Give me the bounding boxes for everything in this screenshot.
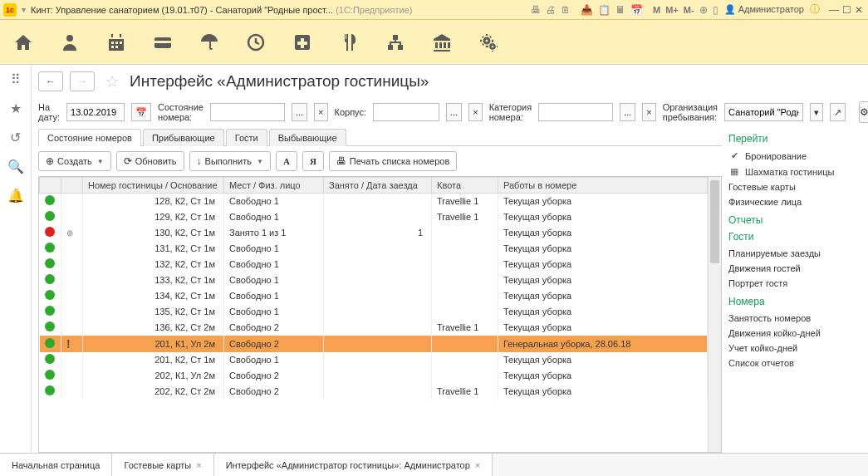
category-more-button[interactable]: ... (620, 103, 635, 121)
table-row[interactable]: 202, К1, Ул 2мСвободно 2Текущая уборка (40, 368, 708, 384)
save-icon[interactable]: 📥 (581, 4, 593, 16)
bottom-tab[interactable]: Начальная страница (0, 453, 112, 476)
home-icon[interactable] (13, 32, 33, 52)
column-header[interactable] (40, 178, 61, 194)
goto-icon[interactable]: ⊕ (699, 4, 708, 16)
close-tab-icon[interactable]: × (475, 460, 480, 470)
calendar-grid-icon[interactable] (106, 32, 126, 52)
column-header[interactable]: Мест / Физ. лицо (224, 178, 324, 194)
panel-icon[interactable]: ▯ (713, 4, 718, 16)
umbrella-icon[interactable] (199, 32, 219, 52)
print-list-button[interactable]: 🖶Печать списка номеров (329, 151, 457, 171)
food-icon[interactable] (339, 32, 359, 52)
nav-item[interactable]: Портрет гостя (728, 276, 856, 291)
nav-item[interactable]: Список отчетов (728, 356, 856, 370)
table-row[interactable]: 128, К2, Ст 1мСвободно 1Travellie 1Текущ… (40, 194, 708, 209)
org-open-button[interactable]: ↗ (830, 103, 846, 121)
building-more-button[interactable]: ... (446, 103, 462, 121)
nav-item[interactable]: Гостевые карты (728, 179, 856, 194)
table-scrollbar[interactable] (708, 177, 721, 452)
bottom-tab[interactable]: Интерфейс «Администратор гостиницы»: Адм… (214, 453, 493, 476)
tab-room-status[interactable]: Состояние номеров (38, 129, 141, 146)
nav-item[interactable]: Физические лица (728, 194, 856, 209)
column-header[interactable]: Квота (432, 178, 498, 194)
table-row[interactable]: 135, К2, Ст 1мСвободно 1Текущая уборка (40, 304, 708, 320)
tab-guests[interactable]: Гости (226, 129, 267, 146)
card-icon[interactable] (153, 32, 173, 52)
print2-icon[interactable]: 🖨 (546, 4, 556, 16)
rail-search-icon[interactable]: 🔍 (7, 159, 24, 174)
sort-az-button[interactable]: А (276, 151, 297, 171)
minimize-button[interactable]: — (829, 4, 839, 16)
info-icon[interactable]: ⓘ (810, 2, 820, 17)
sort-za-button[interactable]: Я (302, 151, 324, 171)
status-input[interactable] (210, 103, 285, 121)
nav-item[interactable]: Движения койко-дней (728, 326, 856, 341)
maximize-button[interactable]: ☐ (842, 4, 851, 16)
nav-item[interactable]: Занятость номеров (728, 311, 856, 326)
compare-icon[interactable]: 📋 (598, 4, 611, 16)
org-icon[interactable] (385, 32, 405, 52)
tab-departing[interactable]: Выбывающие (269, 129, 346, 146)
rail-star-icon[interactable]: ★ (10, 101, 22, 116)
favorite-star-icon[interactable]: ☆ (105, 71, 120, 91)
settings-icon[interactable] (478, 32, 498, 52)
rail-menu-icon[interactable]: ⠿ (11, 71, 21, 87)
page-settings-button[interactable]: ⚙ (859, 101, 868, 123)
column-header[interactable]: Занято / Дата заезда (324, 178, 432, 194)
status-clear-button[interactable]: × (314, 103, 327, 121)
clock-icon[interactable] (246, 32, 266, 52)
calc-icon[interactable]: 🖩 (615, 4, 625, 16)
table-row[interactable]: 133, К2, Ст 1мСвободно 1Текущая уборка (40, 272, 708, 288)
close-window-button[interactable]: ✕ (855, 4, 863, 16)
current-user[interactable]: 👤 Администратор (724, 4, 804, 15)
column-header[interactable]: Номер гостиницы / Основание (83, 178, 224, 194)
date-input[interactable] (66, 103, 125, 121)
status-more-button[interactable]: ... (292, 103, 307, 121)
nav-item[interactable]: Учет койко-дней (728, 341, 856, 356)
create-button[interactable]: ⊕Создать▼ (38, 151, 111, 171)
m-button[interactable]: M (653, 5, 660, 15)
column-header[interactable]: Работы в номере (498, 178, 708, 194)
m-minus-button[interactable]: M- (684, 5, 694, 15)
dropdown-icon[interactable]: ▾ (22, 5, 26, 14)
m-plus-button[interactable]: M+ (665, 5, 679, 15)
medical-icon[interactable] (292, 32, 312, 52)
calendar-icon[interactable]: 📅 (630, 4, 643, 16)
column-header[interactable] (61, 178, 83, 194)
nav-item[interactable]: ▦Шахматка гостиницы (728, 164, 856, 179)
table-row[interactable]: 201, К2, Ст 1мСвободно 1Текущая уборка (40, 352, 708, 368)
nav-item[interactable]: ✔Бронирование (728, 148, 856, 164)
tab-arriving[interactable]: Прибывающие (143, 129, 224, 146)
category-clear-button[interactable]: × (642, 103, 655, 121)
table-row[interactable]: ⊕130, К2, Ст 1мЗанято 1 из 11Текущая убо… (40, 225, 708, 241)
table-row[interactable]: 202, К2, Ст 2мСвободно 2Travellie 1Текущ… (40, 384, 708, 400)
table-row[interactable]: !201, К1, Ул 2мСвободно 2Генеральная убо… (40, 336, 708, 352)
nav-item[interactable]: Планируемые заезды (728, 246, 856, 261)
close-tab-icon[interactable]: × (196, 460, 201, 470)
rail-history-icon[interactable]: ↺ (10, 130, 21, 145)
table-row[interactable]: 129, К2, Ст 1мСвободно 1Travellie 1Текущ… (40, 209, 708, 225)
run-button[interactable]: ↓Выполнить▼ (189, 151, 271, 171)
date-picker-button[interactable]: 📅 (131, 103, 151, 121)
refresh-button[interactable]: ⟳Обновить (116, 151, 184, 171)
doc-icon[interactable]: 🗎 (561, 4, 571, 16)
org-input[interactable] (724, 103, 803, 121)
table-row[interactable]: 132, К2, Ст 1мСвободно 1Текущая уборка (40, 257, 708, 272)
table-row[interactable]: 131, К2, Ст 1мСвободно 1Текущая уборка (40, 241, 708, 257)
nav-item[interactable]: Движения гостей (728, 261, 856, 276)
nav-back-button[interactable]: ← (38, 71, 63, 91)
expand-icon[interactable]: ⊕ (66, 228, 73, 238)
table-row[interactable]: 136, К2, Ст 2мСвободно 2Travellie 1Текущ… (40, 320, 708, 336)
building-clear-button[interactable]: × (468, 103, 482, 121)
print-icon[interactable]: 🖶 (531, 4, 541, 16)
org-dd-button[interactable]: ▾ (810, 103, 823, 121)
nav-forward-button[interactable]: → (70, 71, 95, 91)
person-icon[interactable] (60, 32, 80, 52)
bank-icon[interactable] (432, 32, 452, 52)
bottom-tab[interactable]: Гостевые карты× (112, 453, 213, 476)
rail-bell-icon[interactable]: 🔔 (7, 188, 24, 204)
table-row[interactable]: 134, К2, Ст 1мСвободно 1Текущая уборка (40, 288, 708, 304)
category-input[interactable] (538, 103, 613, 121)
building-input[interactable] (373, 103, 439, 121)
